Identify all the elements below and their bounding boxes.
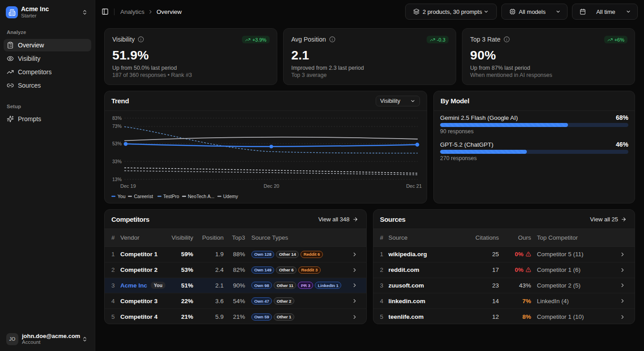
svg-text:73%: 73%: [112, 123, 122, 129]
svg-text:TestPro: TestPro: [163, 194, 179, 199]
svg-text:NeoTech A...: NeoTech A...: [188, 194, 215, 199]
svg-text:13%: 13%: [112, 177, 122, 182]
svg-text:Dec 19: Dec 19: [120, 183, 136, 189]
svg-text:Dec 20: Dec 20: [264, 183, 280, 189]
svg-text:53%: 53%: [112, 141, 122, 146]
svg-text:83%: 83%: [112, 115, 122, 121]
svg-text:You: You: [118, 194, 126, 199]
svg-text:33%: 33%: [112, 159, 122, 164]
svg-text:Careerist: Careerist: [134, 194, 153, 199]
svg-text:Udemy: Udemy: [223, 194, 238, 199]
svg-text:Dec 21: Dec 21: [406, 183, 422, 189]
